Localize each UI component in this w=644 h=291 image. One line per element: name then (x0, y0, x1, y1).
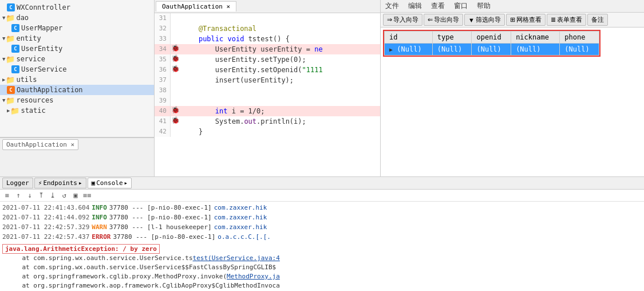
oauth-tab-label: OauthApplication × (6, 141, 74, 148)
folder-icon: 📁 (11, 107, 19, 115)
exception-line: at org.springframework.aop.framework.Cgl… (2, 281, 642, 290)
arrow-icon: ▼ (2, 36, 5, 41)
bug-marker-icon: 🐞 (171, 54, 180, 62)
console-down-icon[interactable]: ↓ (25, 191, 34, 200)
console-icon: ▣ (92, 179, 96, 187)
folder-icon: 📁 (6, 76, 14, 84)
code-line: 42 } (155, 127, 380, 137)
db-toolbar: ⇒ 导入向导 ⇐ 导出向导 ▼ 筛选向导 ⊞ 网格查看 ≣ 表单查看 (381, 13, 644, 27)
db-panel: 文件 编辑 查看 窗口 帮助 ⇒ 导入向导 ⇐ 导出向导 ▼ 筛选向导 (381, 0, 644, 176)
filter-wizard-button[interactable]: ▼ 筛选向导 (464, 14, 505, 26)
class-icon: C (7, 3, 15, 11)
console-tab-bar: Logger ⚡Endpoints ▸ ▣Console ▸ (0, 177, 644, 190)
console-content[interactable]: 2021-07-11 22:41:43.604 INFO 37780 --- [… (0, 202, 644, 291)
menu-edit[interactable]: 编辑 (408, 1, 422, 11)
console-menu-icon[interactable]: ≡ (2, 191, 11, 200)
cell-type: (Null) (432, 44, 472, 56)
class-icon: C (11, 45, 19, 53)
class-icon: C (7, 86, 15, 94)
code-line: 35 🐞 userEntity.setType(0); (155, 54, 380, 65)
exception-block: java.lang.ArithmeticException: / by zero… (2, 244, 642, 291)
arrow-icon: ▼ (2, 15, 5, 21)
code-content[interactable]: 31 32 @Transactional 33 public void tste… (155, 13, 380, 176)
tree-item-entity[interactable]: ▼ 📁 entity (0, 33, 154, 44)
tree-item-static[interactable]: ▶ 📁 static (0, 105, 154, 116)
code-line: 32 @Transactional (155, 23, 380, 34)
code-line: 39 (155, 96, 380, 106)
file-tree-panel: C WXConntroller ▼ 📁 dao C UserMapper (0, 0, 155, 176)
tree-item-oauth-application[interactable]: C OauthApplication (0, 85, 154, 95)
class-icon: C (11, 65, 19, 73)
tree-item-resources[interactable]: ▼ 📁 resources (0, 95, 154, 105)
console-tab-endpoints[interactable]: ⚡Endpoints ▸ (34, 178, 86, 188)
tree-label: UserMapper (21, 24, 62, 32)
menu-file[interactable]: 文件 (385, 1, 399, 11)
grid-icon: ⊞ (510, 16, 515, 23)
code-line: 41 🐞 System.out.println(i); (155, 116, 380, 127)
exception-link[interactable]: test(UserService.java:4 (193, 254, 280, 262)
console-expand-icon: ▸ (124, 179, 128, 187)
db-table-wrapper: id type openid nickname phone ▶ (Null) (… (383, 30, 600, 57)
code-line: 31 (155, 13, 380, 23)
exception-link-2[interactable]: MethodProxy.ja (227, 273, 280, 280)
cell-nickname: (Null) (511, 44, 560, 56)
grid-view-button[interactable]: ⊞ 网格查看 (506, 14, 546, 26)
console-toolbar: ≡ ↑ ↓ ⤒ ⤓ ↺ ▣ ≡≡ (0, 190, 644, 202)
tree-item-utils[interactable]: ▶ 📁 utils (0, 74, 154, 85)
tree-item-user-mapper[interactable]: C UserMapper (0, 23, 154, 33)
tree-item-wx-controller[interactable]: C WXConntroller (0, 2, 154, 13)
cell-openid: (Null) (472, 44, 511, 56)
table-row[interactable]: ▶ (Null) (Null) (Null) (Null) (Null) (385, 44, 599, 56)
code-line: 34 🐞 UserEntity userEntity = ne (155, 44, 380, 54)
tree-item-service[interactable]: ▼ 📁 service (0, 54, 154, 64)
menu-view[interactable]: 查看 (431, 1, 445, 11)
menu-help[interactable]: 帮助 (477, 1, 491, 11)
db-menu-bar: 文件 编辑 查看 窗口 帮助 (381, 0, 644, 13)
col-header-id: id (385, 32, 433, 44)
code-line: 40 🐞 int i = 1/0; (155, 106, 380, 116)
col-header-phone: phone (560, 32, 599, 44)
tree-item-user-service[interactable]: C UserService (0, 64, 154, 74)
folder-icon: 📁 (6, 14, 14, 22)
tree-label: utils (16, 76, 37, 84)
console-up-icon[interactable]: ↑ (14, 191, 23, 200)
console-tab-console[interactable]: ▣Console ▸ (88, 178, 132, 188)
tree-item-dao[interactable]: ▼ 📁 dao (0, 13, 154, 23)
code-tab-oauth[interactable]: OauthApplication × (156, 1, 236, 11)
menu-window[interactable]: 窗口 (454, 1, 468, 11)
console-refresh-icon[interactable]: ↺ (60, 191, 69, 200)
export-icon: ⇐ (428, 16, 433, 23)
db-table: id type openid nickname phone ▶ (Null) (… (384, 31, 599, 56)
log-line: 2021-07-11 22:42:57.437 ERROR 37780 --- … (2, 232, 642, 242)
notes-button[interactable]: 备注 (587, 14, 608, 26)
cell-arrow: ▶ (Null) (385, 44, 433, 56)
console-clear-icon[interactable]: ▣ (71, 191, 80, 200)
log-line: 2021-07-11 22:41:44.092 INFO 37780 --- [… (2, 213, 642, 222)
console-tab-logger[interactable]: Logger (2, 178, 33, 188)
form-view-button[interactable]: ≣ 表单查看 (547, 14, 586, 26)
export-wizard-button[interactable]: ⇐ 导出向导 (424, 14, 463, 26)
oauth-tab[interactable]: OauthApplication × (2, 139, 78, 150)
tree-label: entity (16, 34, 41, 42)
console-format-icon[interactable]: ≡≡ (82, 191, 92, 200)
folder-icon: 📁 (6, 55, 14, 63)
bug-marker-icon: 🐞 (171, 116, 180, 124)
arrow-icon: ▼ (2, 97, 5, 103)
tree-item-user-entity[interactable]: C UserEntity (0, 44, 154, 54)
arrow-icon: ▶ (7, 108, 10, 113)
tree-label: static (21, 107, 45, 115)
console-bottom-icon[interactable]: ⤓ (48, 191, 57, 200)
filter-icon: ▼ (468, 17, 475, 23)
bug-marker-icon: 🐞 (171, 106, 180, 114)
endpoints-icon: ⚡ (38, 179, 42, 187)
tree-label: dao (16, 14, 29, 22)
import-wizard-button[interactable]: ⇒ 导入向导 (383, 14, 422, 26)
endpoints-expand-icon: ▸ (78, 179, 82, 187)
exception-line: at org.springframework.cglib.proxy.Metho… (2, 272, 642, 281)
arrow-icon: ▶ (2, 77, 5, 82)
arrow-icon: ▼ (2, 56, 5, 62)
console-top-icon[interactable]: ⤒ (37, 191, 46, 200)
db-table-container: id type openid nickname phone ▶ (Null) (… (381, 27, 644, 176)
file-tree: C WXConntroller ▼ 📁 dao C UserMapper (0, 0, 154, 137)
code-tab-bar: OauthApplication × (155, 0, 380, 13)
